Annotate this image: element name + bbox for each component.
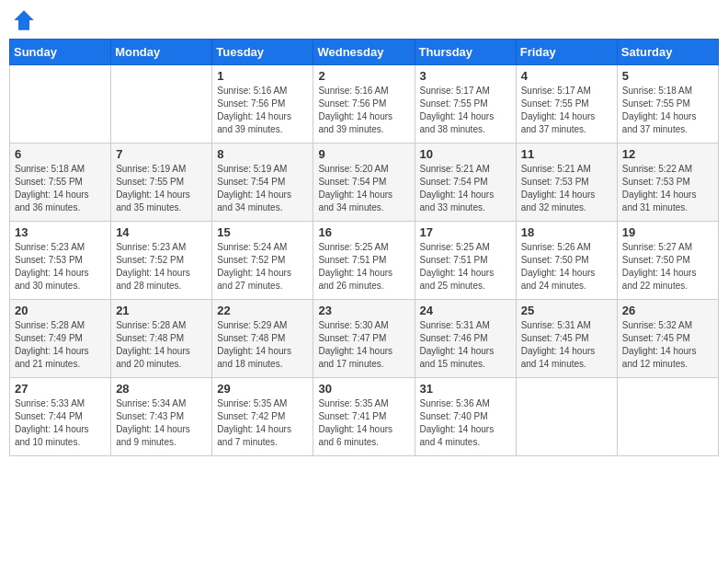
calendar-cell: 10Sunrise: 5:21 AM Sunset: 7:54 PM Dayli… — [415, 144, 516, 222]
day-info: Sunrise: 5:31 AM Sunset: 7:46 PM Dayligh… — [420, 319, 511, 371]
calendar-cell: 7Sunrise: 5:19 AM Sunset: 7:55 PM Daylig… — [111, 144, 212, 222]
week-row-1: 1Sunrise: 5:16 AM Sunset: 7:56 PM Daylig… — [10, 65, 719, 144]
day-info: Sunrise: 5:21 AM Sunset: 7:54 PM Dayligh… — [420, 163, 511, 214]
day-number: 28 — [116, 382, 207, 396]
day-number: 13 — [15, 225, 106, 239]
day-header-wednesday: Wednesday — [313, 40, 415, 65]
day-number: 23 — [318, 304, 409, 317]
calendar-cell: 9Sunrise: 5:20 AM Sunset: 7:54 PM Daylig… — [313, 144, 415, 222]
day-number: 10 — [420, 147, 511, 161]
day-header-monday: Monday — [111, 40, 212, 65]
page-header — [9, 9, 719, 31]
calendar-cell: 3Sunrise: 5:17 AM Sunset: 7:55 PM Daylig… — [415, 65, 516, 144]
day-number: 31 — [420, 382, 511, 396]
day-number: 11 — [521, 147, 612, 161]
day-info: Sunrise: 5:32 AM Sunset: 7:45 PM Dayligh… — [622, 319, 713, 371]
calendar-cell: 5Sunrise: 5:18 AM Sunset: 7:55 PM Daylig… — [617, 65, 718, 144]
day-header-sunday: Sunday — [10, 40, 111, 65]
day-header-saturday: Saturday — [617, 40, 718, 65]
calendar-cell: 6Sunrise: 5:18 AM Sunset: 7:55 PM Daylig… — [10, 144, 111, 222]
day-number: 19 — [622, 225, 713, 239]
day-number: 20 — [15, 304, 106, 317]
day-info: Sunrise: 5:34 AM Sunset: 7:43 PM Dayligh… — [116, 397, 207, 449]
calendar-cell: 24Sunrise: 5:31 AM Sunset: 7:46 PM Dayli… — [415, 300, 516, 378]
day-number: 4 — [521, 69, 612, 83]
day-number: 29 — [217, 382, 308, 396]
day-number: 1 — [217, 69, 308, 83]
day-number: 3 — [420, 69, 511, 83]
day-number: 26 — [622, 304, 713, 317]
logo-icon — [13, 9, 35, 31]
day-number: 12 — [622, 147, 713, 161]
day-header-thursday: Thursday — [415, 40, 516, 65]
calendar-cell: 16Sunrise: 5:25 AM Sunset: 7:51 PM Dayli… — [313, 222, 415, 300]
day-number: 7 — [116, 147, 207, 161]
day-info: Sunrise: 5:25 AM Sunset: 7:51 PM Dayligh… — [420, 241, 511, 293]
day-number: 22 — [217, 304, 308, 317]
day-info: Sunrise: 5:24 AM Sunset: 7:52 PM Dayligh… — [217, 241, 308, 293]
calendar-cell: 19Sunrise: 5:27 AM Sunset: 7:50 PM Dayli… — [617, 222, 718, 300]
day-header-friday: Friday — [516, 40, 617, 65]
day-number: 9 — [318, 147, 409, 161]
day-number: 18 — [521, 225, 612, 239]
svg-marker-0 — [14, 10, 34, 30]
week-row-5: 27Sunrise: 5:33 AM Sunset: 7:44 PM Dayli… — [10, 378, 719, 456]
calendar-cell: 23Sunrise: 5:30 AM Sunset: 7:47 PM Dayli… — [313, 300, 415, 378]
calendar-cell — [10, 65, 111, 144]
calendar-cell: 18Sunrise: 5:26 AM Sunset: 7:50 PM Dayli… — [516, 222, 617, 300]
day-number: 6 — [15, 147, 106, 161]
calendar-cell: 22Sunrise: 5:29 AM Sunset: 7:48 PM Dayli… — [212, 300, 313, 378]
day-number: 25 — [521, 304, 612, 317]
day-number: 5 — [622, 69, 713, 83]
day-info: Sunrise: 5:16 AM Sunset: 7:56 PM Dayligh… — [217, 85, 308, 136]
day-number: 14 — [116, 225, 207, 239]
day-number: 30 — [318, 382, 409, 396]
day-info: Sunrise: 5:30 AM Sunset: 7:47 PM Dayligh… — [318, 319, 409, 371]
day-number: 16 — [318, 225, 409, 239]
calendar-cell: 4Sunrise: 5:17 AM Sunset: 7:55 PM Daylig… — [516, 65, 617, 144]
calendar-cell: 12Sunrise: 5:22 AM Sunset: 7:53 PM Dayli… — [617, 144, 718, 222]
calendar-cell: 20Sunrise: 5:28 AM Sunset: 7:49 PM Dayli… — [10, 300, 111, 378]
day-info: Sunrise: 5:17 AM Sunset: 7:55 PM Dayligh… — [521, 85, 612, 136]
calendar-cell — [516, 378, 617, 456]
day-header-tuesday: Tuesday — [212, 40, 313, 65]
calendar-cell: 2Sunrise: 5:16 AM Sunset: 7:56 PM Daylig… — [313, 65, 415, 144]
day-info: Sunrise: 5:21 AM Sunset: 7:53 PM Dayligh… — [521, 163, 612, 214]
calendar-table: SundayMondayTuesdayWednesdayThursdayFrid… — [9, 39, 719, 456]
week-row-4: 20Sunrise: 5:28 AM Sunset: 7:49 PM Dayli… — [10, 300, 719, 378]
week-row-3: 13Sunrise: 5:23 AM Sunset: 7:53 PM Dayli… — [10, 222, 719, 300]
week-row-2: 6Sunrise: 5:18 AM Sunset: 7:55 PM Daylig… — [10, 144, 719, 222]
day-info: Sunrise: 5:17 AM Sunset: 7:55 PM Dayligh… — [420, 85, 511, 136]
calendar-cell: 21Sunrise: 5:28 AM Sunset: 7:48 PM Dayli… — [111, 300, 212, 378]
day-info: Sunrise: 5:29 AM Sunset: 7:48 PM Dayligh… — [217, 319, 308, 371]
calendar-cell: 28Sunrise: 5:34 AM Sunset: 7:43 PM Dayli… — [111, 378, 212, 456]
day-info: Sunrise: 5:23 AM Sunset: 7:53 PM Dayligh… — [15, 241, 106, 293]
logo — [13, 9, 37, 31]
calendar-cell: 25Sunrise: 5:31 AM Sunset: 7:45 PM Dayli… — [516, 300, 617, 378]
day-info: Sunrise: 5:28 AM Sunset: 7:48 PM Dayligh… — [116, 319, 207, 371]
calendar-cell: 15Sunrise: 5:24 AM Sunset: 7:52 PM Dayli… — [212, 222, 313, 300]
calendar-cell — [111, 65, 212, 144]
calendar-cell: 14Sunrise: 5:23 AM Sunset: 7:52 PM Dayli… — [111, 222, 212, 300]
day-number: 8 — [217, 147, 308, 161]
day-number: 2 — [318, 69, 409, 83]
day-number: 21 — [116, 304, 207, 317]
calendar-cell: 17Sunrise: 5:25 AM Sunset: 7:51 PM Dayli… — [415, 222, 516, 300]
day-info: Sunrise: 5:23 AM Sunset: 7:52 PM Dayligh… — [116, 241, 207, 293]
day-info: Sunrise: 5:18 AM Sunset: 7:55 PM Dayligh… — [622, 85, 713, 136]
calendar-cell: 30Sunrise: 5:35 AM Sunset: 7:41 PM Dayli… — [313, 378, 415, 456]
day-info: Sunrise: 5:22 AM Sunset: 7:53 PM Dayligh… — [622, 163, 713, 214]
day-info: Sunrise: 5:18 AM Sunset: 7:55 PM Dayligh… — [15, 163, 106, 214]
calendar-cell: 8Sunrise: 5:19 AM Sunset: 7:54 PM Daylig… — [212, 144, 313, 222]
day-info: Sunrise: 5:27 AM Sunset: 7:50 PM Dayligh… — [622, 241, 713, 293]
day-info: Sunrise: 5:20 AM Sunset: 7:54 PM Dayligh… — [318, 163, 409, 214]
day-info: Sunrise: 5:19 AM Sunset: 7:55 PM Dayligh… — [116, 163, 207, 214]
day-number: 17 — [420, 225, 511, 239]
calendar-cell — [617, 378, 718, 456]
calendar-cell: 31Sunrise: 5:36 AM Sunset: 7:40 PM Dayli… — [415, 378, 516, 456]
day-number: 24 — [420, 304, 511, 317]
calendar-cell: 26Sunrise: 5:32 AM Sunset: 7:45 PM Dayli… — [617, 300, 718, 378]
day-info: Sunrise: 5:26 AM Sunset: 7:50 PM Dayligh… — [521, 241, 612, 293]
day-info: Sunrise: 5:25 AM Sunset: 7:51 PM Dayligh… — [318, 241, 409, 293]
day-number: 15 — [217, 225, 308, 239]
